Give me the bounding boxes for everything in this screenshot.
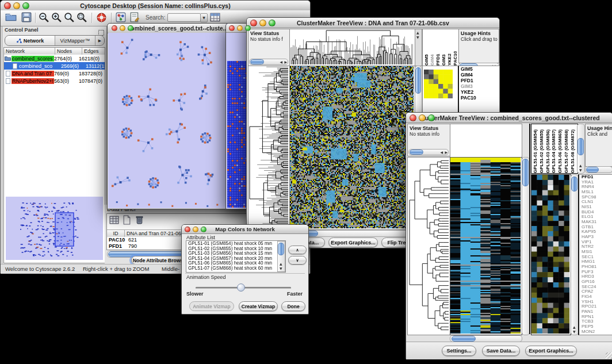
save-session-icon[interactable] — [21, 12, 33, 24]
correlation-heatmap-canvas[interactable] — [424, 70, 453, 98]
treeview2-titlebar[interactable]: ClusterMaker TreeView : combined_scores_… — [406, 113, 612, 123]
close-icon[interactable] — [229, 25, 235, 31]
dialog-titlebar[interactable]: Map Colors to Network — [182, 225, 308, 234]
slider-thumb[interactable] — [237, 283, 245, 292]
row-dendrogram-canvas[interactable] — [408, 158, 449, 334]
list-item[interactable]: GPL51-01 (GSM854) heat shock 05 min — [186, 242, 278, 247]
scroll-thumb[interactable] — [571, 177, 577, 191]
minimize-icon[interactable] — [13, 2, 20, 9]
scroll-thumb[interactable] — [577, 138, 584, 155]
list-vscrollbar[interactable]: ▲ ▼ — [277, 241, 285, 272]
scroll-thumb[interactable] — [278, 243, 284, 255]
delete-attribute-trash-icon[interactable] — [135, 215, 144, 227]
status-hscrollbar[interactable]: ◀ ▶ — [408, 149, 449, 155]
network-overview[interactable] — [6, 197, 103, 260]
scroll-down-icon[interactable]: ▼ — [416, 35, 419, 40]
minimize-icon[interactable] — [259, 20, 266, 26]
status-hscrollbar[interactable]: ◀ ▶ — [249, 59, 288, 65]
scroll-up-icon[interactable]: ▲ — [280, 262, 282, 266]
annotation-icon[interactable] — [129, 12, 141, 24]
scroll-thumb[interactable] — [522, 159, 529, 186]
zoom-in-icon[interactable] — [51, 12, 63, 24]
open-file-icon[interactable] — [5, 12, 17, 24]
list-item[interactable]: GPL51-07 (GSM868) heat shock 60 min — [186, 266, 278, 271]
help-lifering-icon[interactable] — [96, 12, 108, 24]
zoom-selected-icon[interactable] — [76, 12, 88, 24]
zoom-heatmap-canvas[interactable] — [531, 175, 569, 334]
search-dropdown-icon[interactable]: ▼ — [200, 13, 208, 22]
scroll-right-icon[interactable]: ▶ — [445, 150, 447, 155]
tab-vizmapper[interactable]: VizMapper™ — [55, 36, 95, 45]
scroll-thumb[interactable] — [586, 167, 599, 173]
node-attribute-browser-button[interactable]: Node Attribute Brows... — [131, 256, 189, 265]
heatmap-vscrollbar[interactable] — [522, 157, 530, 335]
table-row[interactable]: combined_scores2764(0)16218(0) — [4, 55, 105, 62]
heatmap-canvas[interactable] — [290, 66, 414, 228]
column-header-edges[interactable]: Edges — [82, 48, 105, 55]
minimize-icon[interactable] — [193, 227, 198, 232]
export-graphics-button[interactable]: Export Graphics... — [328, 237, 378, 247]
list-item[interactable]: GPL51-03 (GSM856) heat shock 15 min — [186, 251, 278, 256]
zoom-window-icon[interactable] — [428, 114, 435, 121]
heatmap-pane — [450, 157, 522, 335]
zoom-fit-icon[interactable] — [64, 12, 75, 24]
minimize-icon[interactable] — [237, 25, 243, 31]
column-header-network[interactable]: Network — [4, 48, 55, 55]
search-input[interactable] — [167, 13, 201, 22]
close-icon[interactable] — [112, 25, 117, 31]
tab-network[interactable]: Network — [5, 36, 55, 45]
scroll-right-icon[interactable]: ▶ — [284, 60, 287, 64]
row-dendrogram-canvas[interactable] — [248, 66, 288, 228]
close-icon[interactable] — [250, 20, 257, 26]
attribute-table-icon[interactable] — [109, 215, 119, 227]
scroll-thumb[interactable] — [415, 67, 421, 94]
scroll-up-icon[interactable]: ▲ — [579, 163, 582, 168]
scroll-thumb[interactable] — [410, 150, 423, 155]
list-item[interactable]: GPL51-02 (GSM855) heat shock 10 min — [186, 247, 278, 252]
save-data-button[interactable]: Save Data... — [482, 346, 520, 356]
close-icon[interactable] — [185, 227, 190, 232]
scroll-thumb[interactable] — [452, 336, 476, 342]
zoom-window-icon[interactable] — [201, 227, 206, 232]
move-down-button[interactable]: ∨ — [288, 256, 307, 265]
usage-hscrollbar[interactable] — [585, 166, 612, 173]
zoom-out-icon[interactable] — [39, 12, 50, 24]
table-row[interactable]: combined_sco2569(6)13112(15) — [4, 62, 105, 70]
zoom-window-icon[interactable] — [128, 25, 133, 31]
heatmap-canvas[interactable] — [450, 158, 521, 334]
table-row[interactable]: RNAPuberNov2+!563(0)107847(0) — [4, 77, 105, 85]
scroll-up-icon[interactable]: ▲ — [573, 325, 576, 329]
scroll-left-icon[interactable]: ◀ — [440, 150, 443, 155]
attribute-browser-icon[interactable] — [210, 12, 221, 24]
new-attribute-icon[interactable] — [122, 215, 132, 227]
export-graphics-button[interactable]: Export Graphics... — [525, 346, 577, 356]
main-titlebar[interactable]: Cytoscape Desktop (Session Name: collins… — [1, 1, 310, 11]
zoom-window-icon[interactable] — [269, 20, 276, 26]
done-button[interactable]: Done — [281, 301, 305, 311]
settings-button[interactable]: Settings... — [442, 346, 476, 356]
labels-vscrollbar[interactable]: ▲ ▼ — [577, 124, 585, 174]
close-icon[interactable] — [410, 114, 416, 121]
resize-grip[interactable] — [606, 352, 612, 359]
vizmapper-icon[interactable] — [116, 12, 127, 24]
column-header-nodes[interactable]: Nodes — [55, 48, 82, 55]
create-vizmap-button[interactable]: Create Vizmap — [239, 301, 278, 311]
list-item[interactable]: GPL51-06 (GSM865) heat shock 40 min — [186, 261, 278, 266]
list-item[interactable]: GPL51-04 (GSM857) heat shock 20 min — [186, 256, 278, 262]
minimize-icon[interactable] — [419, 114, 426, 121]
close-icon[interactable] — [4, 2, 11, 9]
minimize-icon[interactable] — [120, 25, 125, 31]
animate-vizmap-button[interactable]: Animate Vizmap — [189, 301, 234, 311]
scroll-down-icon[interactable]: ▼ — [579, 168, 582, 173]
treeview1-titlebar[interactable]: ClusterMaker TreeView : DNA and Tran 07-… — [247, 18, 499, 28]
scroll-thumb[interactable] — [250, 59, 264, 64]
scroll-down-icon[interactable]: ▼ — [280, 266, 282, 271]
tab-overflow-arrow[interactable]: ▶ — [95, 36, 104, 45]
scroll-up-icon[interactable]: ▲ — [416, 30, 419, 35]
scroll-left-icon[interactable]: ◀ — [280, 60, 282, 64]
zoom-vscrollbar[interactable]: ▲ ▼ — [571, 174, 579, 335]
zoom-window-icon[interactable] — [22, 2, 29, 9]
table-row[interactable]: DNA and Tran 07769(0)183728(0) — [4, 70, 105, 77]
scroll-down-icon[interactable]: ▼ — [573, 329, 576, 334]
move-up-button[interactable]: ∧ — [288, 246, 307, 254]
